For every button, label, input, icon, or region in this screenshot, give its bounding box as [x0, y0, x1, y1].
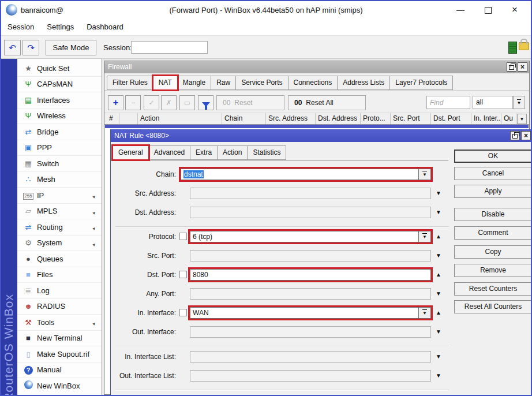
column-header-[interactable]: #: [107, 113, 119, 124]
safe-mode-button[interactable]: Safe Mode: [46, 40, 96, 55]
disable-rule-button[interactable]: ✗: [161, 95, 177, 110]
dialog-tab-general[interactable]: General: [113, 145, 149, 160]
toggle-arrow-down-src-address[interactable]: ▼: [436, 190, 441, 197]
sidebar-item-ip[interactable]: 255IP▸: [17, 188, 102, 204]
filter-button[interactable]: [198, 95, 213, 110]
sidebar-item-wireless[interactable]: ΨWireless: [17, 109, 102, 125]
sidebar-item-tools[interactable]: ⚒Tools▸: [17, 315, 102, 331]
checkbox-protocol[interactable]: [179, 233, 187, 240]
add-rule-button[interactable]: +: [108, 95, 123, 110]
toggle-arrow-down-dst-address[interactable]: ▼: [436, 209, 441, 216]
field-input-in-interface-list[interactable]: [190, 351, 431, 363]
column-header-dst-port[interactable]: Dst. Port: [431, 113, 471, 124]
undo-button[interactable]: ↶: [4, 40, 21, 55]
firewall-title-bar[interactable]: Firewall ×: [104, 61, 529, 73]
copy-button[interactable]: Copy: [454, 245, 531, 259]
reset-all-counters-button[interactable]: 00Reset All Counters: [288, 95, 366, 110]
menu-item-settings[interactable]: Settings: [40, 19, 80, 35]
ok-button[interactable]: OK: [454, 150, 531, 163]
dialog-close-button[interactable]: ×: [521, 131, 531, 140]
find-input[interactable]: [426, 96, 470, 109]
dropdown-button-chain[interactable]: ▼: [418, 169, 430, 180]
sidebar-item-queues[interactable]: ●Queues: [17, 251, 102, 267]
sidebar-item-log[interactable]: ≣Log: [17, 283, 102, 299]
field-input-protocol[interactable]: 6 (tcp)▼: [190, 231, 431, 242]
sidebar-item-new-terminal[interactable]: ■New Terminal: [17, 331, 102, 347]
remove-button[interactable]: Remove: [454, 264, 531, 277]
checkbox-in-interface[interactable]: [179, 309, 187, 316]
toggle-arrow-down-any-port[interactable]: ▼: [436, 290, 441, 297]
toggle-arrow-down-out-interface[interactable]: ▼: [436, 328, 441, 335]
toggle-arrow-up-in-interface[interactable]: ▲: [436, 309, 441, 316]
column-header-chain[interactable]: Chain: [222, 113, 266, 124]
toggle-arrow-down-in-interface-list[interactable]: ▼: [436, 353, 441, 360]
column-header-in-inter[interactable]: In. Inter...: [471, 113, 501, 124]
sidebar-item-switch[interactable]: ▦Switch: [17, 156, 102, 172]
column-header-dst-address[interactable]: Dst. Address: [316, 113, 361, 124]
apply-button[interactable]: Apply: [454, 185, 531, 198]
minimize-button[interactable]: —: [448, 1, 473, 18]
dropdown-button-in-interface[interactable]: ▼: [418, 308, 430, 318]
remove-rule-button[interactable]: −: [125, 95, 141, 110]
sidebar-item-files[interactable]: ■Files: [17, 267, 102, 283]
sidebar-item-system[interactable]: ⚙System▸: [17, 236, 102, 252]
reset-counters-button[interactable]: 00Reset Counters: [216, 95, 284, 110]
menu-item-dashboard[interactable]: Dashboard: [80, 19, 130, 35]
sidebar-item-mesh[interactable]: ∴Mesh: [17, 172, 102, 188]
dialog-tab-statistics[interactable]: Statistics: [247, 145, 286, 160]
field-input-any-port[interactable]: [190, 288, 431, 300]
reset-counters-button[interactable]: Reset Counters: [454, 282, 531, 296]
sidebar-item-capsman[interactable]: ΨCAPsMAN: [17, 77, 102, 93]
field-input-in-interface[interactable]: WAN▼: [190, 307, 431, 319]
sidebar-item-quick-set[interactable]: ★Quick Set: [17, 61, 102, 77]
tab-service-ports[interactable]: Service Ports: [235, 76, 288, 90]
column-header-icon[interactable]: [119, 113, 138, 124]
dropdown-button-protocol[interactable]: ▼: [418, 231, 430, 242]
selected-rule-row[interactable]: [105, 125, 529, 128]
column-sort-button[interactable]: ▼: [517, 114, 527, 124]
field-input-dst-address[interactable]: [190, 207, 431, 218]
cancel-button[interactable]: Cancel: [454, 167, 531, 180]
firewall-close-button[interactable]: ×: [518, 62, 527, 72]
field-input-src-address[interactable]: [190, 188, 431, 199]
checkbox-dst-port[interactable]: [179, 271, 187, 278]
sidebar-item-routing[interactable]: ⇌Routing▸: [17, 219, 102, 236]
dialog-restore-button[interactable]: [510, 131, 520, 140]
dialog-tab-action[interactable]: Action: [217, 145, 248, 160]
sidebar-item-bridge[interactable]: ⇄Bridge: [17, 124, 102, 140]
comment-button[interactable]: ▭: [179, 95, 195, 110]
tab-address-lists[interactable]: Address Lists: [337, 76, 390, 90]
field-input-out-interface[interactable]: [190, 326, 431, 338]
sidebar-item-radius[interactable]: ☻RADIUS: [17, 299, 102, 315]
column-header-proto[interactable]: Proto...: [361, 113, 391, 124]
column-header-ou[interactable]: Ou: [501, 113, 516, 124]
firewall-restore-button[interactable]: [507, 62, 516, 72]
menu-item-session[interactable]: Session: [1, 19, 40, 35]
enable-rule-button[interactable]: ✓: [144, 95, 159, 110]
tab-mangle[interactable]: Mangle: [177, 76, 211, 90]
reset-all-counters-button[interactable]: Reset All Counters: [454, 300, 531, 313]
column-header-src-address[interactable]: Src. Address: [266, 113, 316, 124]
tab-connections[interactable]: Connections: [288, 76, 338, 90]
dialog-tab-extra[interactable]: Extra: [190, 145, 218, 160]
field-input-src-port[interactable]: [190, 250, 431, 261]
dialog-tab-advanced[interactable]: Advanced: [148, 145, 190, 160]
toggle-arrow-up-protocol[interactable]: ▲: [436, 233, 441, 240]
maximize-button[interactable]: [475, 1, 501, 18]
field-input-out-interface-list[interactable]: [190, 370, 431, 382]
toggle-arrow-down-src-port[interactable]: ▼: [436, 252, 441, 259]
column-header-src-port[interactable]: Src. Port: [391, 113, 431, 124]
session-input[interactable]: [131, 41, 208, 54]
dialog-title-bar[interactable]: NAT Rule <8080> ×: [111, 130, 531, 142]
redo-button[interactable]: ↷: [23, 40, 39, 55]
tab-nat[interactable]: NAT: [153, 76, 178, 90]
field-input-chain[interactable]: dstnat▼: [181, 169, 431, 180]
filter-scope-select[interactable]: all: [473, 96, 513, 109]
sidebar-item-interfaces[interactable]: ▤Interfaces: [17, 92, 102, 109]
tab-raw[interactable]: Raw: [211, 76, 236, 90]
column-header-action[interactable]: Action: [138, 113, 222, 124]
close-button[interactable]: ×: [502, 1, 527, 18]
sidebar-item-new-winbox[interactable]: New WinBox: [17, 378, 102, 394]
sidebar-item-ppp[interactable]: ▣PPP: [17, 140, 102, 156]
sidebar-item-mpls[interactable]: ▱MPLS▸: [17, 204, 102, 220]
